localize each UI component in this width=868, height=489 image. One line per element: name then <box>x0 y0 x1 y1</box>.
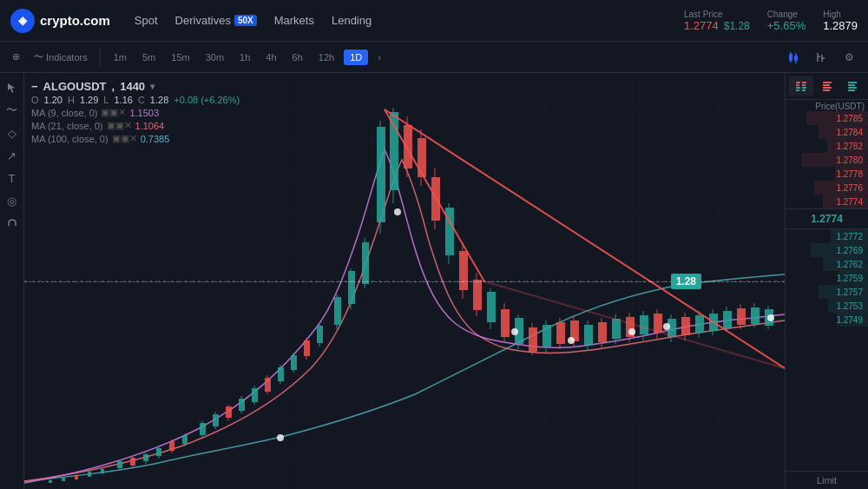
svg-rect-43 <box>239 399 245 411</box>
svg-rect-109 <box>695 315 704 333</box>
ob-bid-row: 1.2749 <box>786 313 868 327</box>
indicators-button[interactable]: 〜 Indicators <box>29 47 93 67</box>
chart-area[interactable]: − ALGOUSDT, 1440 ▾ O1.20 H1.29 L1.16 C1.… <box>24 73 785 489</box>
ob-bid-row: 1.2772 <box>786 229 868 243</box>
top-nav: ◈ crypto.com Spot Derivatives 50X Market… <box>0 0 868 42</box>
svg-rect-69 <box>418 138 426 177</box>
svg-rect-53 <box>304 340 310 356</box>
svg-rect-47 <box>265 378 271 392</box>
tf-12h[interactable]: 12h <box>312 50 340 65</box>
svg-rect-45 <box>252 388 258 402</box>
ma1-label: MA (9, close, 0) <box>31 108 97 118</box>
svg-rect-59 <box>348 271 355 304</box>
magnet-tool[interactable] <box>3 214 22 233</box>
current-price-label: 1.28 <box>671 274 701 289</box>
svg-rect-37 <box>200 423 206 435</box>
orderbook-limit-label: Limit <box>786 471 868 489</box>
measurement-tool[interactable]: ↗ <box>3 146 22 165</box>
svg-rect-79 <box>487 292 496 322</box>
ob-tab-asks[interactable] <box>815 76 839 96</box>
svg-rect-65 <box>390 112 398 190</box>
svg-point-128 <box>663 323 670 330</box>
main-area: 〜 ◇ ↗ T ◎ − ALGOUSDT, 1440 ▾ O1.20 H1.29… <box>0 73 868 489</box>
bar-chart-button[interactable] <box>809 45 833 69</box>
shapes-tool[interactable]: ◇ <box>3 123 22 142</box>
svg-rect-101 <box>640 315 648 334</box>
svg-rect-77 <box>473 280 482 310</box>
ob-tab-bids[interactable] <box>840 76 865 96</box>
tf-15m[interactable]: 15m <box>165 50 195 65</box>
tf-4h[interactable]: 4h <box>260 50 282 65</box>
svg-rect-81 <box>501 309 510 337</box>
zoom-tool[interactable]: ◎ <box>3 191 22 210</box>
svg-rect-49 <box>278 367 284 381</box>
svg-rect-23 <box>101 469 104 473</box>
settings-button[interactable]: ⚙ <box>837 45 861 69</box>
chart-pair-title: − ALGOUSDT, 1440 ▾ <box>31 80 240 93</box>
stat-last-price: Last Price 1.2774 $1.28 <box>684 10 750 32</box>
svg-rect-146 <box>848 89 855 91</box>
tf-6h[interactable]: 6h <box>286 50 309 65</box>
logo-area: ◈ crypto.com <box>10 9 110 33</box>
ob-bid-row: 1.2759 <box>786 271 868 285</box>
svg-rect-85 <box>529 327 537 352</box>
nav-derivatives[interactable]: Derivatives 50X <box>175 14 257 27</box>
svg-rect-138 <box>802 89 806 91</box>
ma2-icon: ▣▣✕ <box>107 120 132 131</box>
tf-30m[interactable]: 30m <box>200 50 230 65</box>
line-draw-tool[interactable]: 〜 <box>3 101 22 120</box>
svg-rect-19 <box>75 475 78 479</box>
svg-rect-139 <box>823 82 832 83</box>
candlestick-chart-button[interactable] <box>781 45 806 69</box>
logo-text: crypto.com <box>40 13 110 28</box>
svg-rect-3 <box>794 56 798 61</box>
svg-rect-63 <box>377 127 385 222</box>
tf-5m[interactable]: 5m <box>136 50 161 65</box>
tf-more[interactable]: › <box>372 50 387 65</box>
tf-1m[interactable]: 1m <box>108 50 133 65</box>
svg-rect-136 <box>802 84 806 86</box>
svg-rect-140 <box>823 84 830 86</box>
derivatives-leverage-badge: 50X <box>234 15 257 26</box>
svg-rect-117 <box>751 307 760 324</box>
ob-bid-row: 1.2769 <box>786 243 868 257</box>
svg-rect-93 <box>584 325 593 345</box>
svg-point-127 <box>628 328 635 335</box>
nav-spot[interactable]: Spot <box>135 14 158 27</box>
svg-rect-142 <box>823 89 830 91</box>
left-toolbar: 〜 ◇ ↗ T ◎ <box>0 73 24 489</box>
svg-rect-75 <box>459 251 468 290</box>
text-tool[interactable]: T <box>3 169 22 188</box>
svg-rect-113 <box>723 311 732 328</box>
svg-rect-132 <box>796 84 799 86</box>
svg-point-123 <box>277 434 284 441</box>
orderbook-header <box>786 73 868 100</box>
ob-tab-full[interactable] <box>789 76 813 96</box>
nav-lending[interactable]: Lending <box>332 14 372 27</box>
cursor-tool[interactable] <box>3 78 22 97</box>
nav-stats: Last Price 1.2774 $1.28 Change +5.65% Hi… <box>684 10 858 32</box>
nav-markets[interactable]: Markets <box>274 14 314 27</box>
svg-rect-107 <box>681 317 690 335</box>
crosshair-icon: ⊕ <box>12 51 20 63</box>
ob-ask-row: 1.2785 <box>786 111 868 125</box>
ob-bid-row: 1.2753 <box>786 299 868 313</box>
svg-point-126 <box>568 337 575 344</box>
chart-info-overlay: − ALGOUSDT, 1440 ▾ O1.20 H1.29 L1.16 C1.… <box>31 80 240 144</box>
ma3-value: 0.7385 <box>141 134 170 144</box>
ma3-icon: ▣▣✕ <box>112 133 137 144</box>
svg-rect-103 <box>654 314 662 333</box>
ma1-row: MA (9, close, 0) ▣▣✕ 1.1503 <box>31 107 240 118</box>
crosshair-tool[interactable]: ⊕ <box>7 48 25 66</box>
svg-rect-0 <box>789 54 792 61</box>
svg-rect-133 <box>796 87 800 89</box>
ohlc-row: O1.20 H1.29 L1.16 C1.28 +0.08 (+6.26%) <box>31 95 240 105</box>
tf-1d[interactable]: 1D <box>344 50 368 65</box>
svg-rect-134 <box>796 89 799 91</box>
tf-1h[interactable]: 1h <box>233 50 256 65</box>
svg-rect-41 <box>226 406 232 418</box>
ob-ask-row: 1.2782 <box>786 139 868 153</box>
orderbook-price-header: Price(USDT) <box>786 100 868 111</box>
ma2-row: MA (21, close, 0) ▣▣✕ 1.1064 <box>31 120 240 131</box>
stat-change: Change +5.65% <box>767 10 806 32</box>
